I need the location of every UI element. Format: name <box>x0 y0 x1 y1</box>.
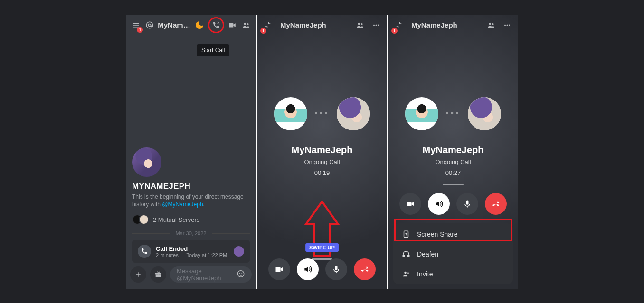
menu-button[interactable]: 1 <box>130 18 141 32</box>
svg-point-15 <box>504 24 506 26</box>
call-controls <box>257 258 387 280</box>
more-button[interactable] <box>501 18 514 32</box>
history-suffix: . <box>203 201 205 208</box>
call-ended-sub: 2 minutes — Today at 1:22 PM <box>156 252 227 258</box>
call-controls <box>388 193 518 215</box>
call-peer-name: MyNameJeph <box>257 145 387 156</box>
connecting-dots-icon: ••• <box>446 109 461 119</box>
call-ended-title: Call Ended <box>156 245 227 252</box>
call-peer-name: MyNameJeph <box>388 145 518 156</box>
invite-icon <box>402 270 410 278</box>
mutual-servers-row[interactable]: 2 Mutual Servers <box>132 214 250 225</box>
svg-point-11 <box>378 24 379 26</box>
participant-avatar <box>405 97 438 130</box>
swipe-up-label: SWIPE UP <box>305 243 339 252</box>
minimize-button[interactable]: 1 <box>392 18 406 32</box>
svg-point-13 <box>489 22 492 25</box>
screen-share-row[interactable]: Screen Share <box>393 224 513 244</box>
start-call-tooltip: Start Call <box>197 44 229 56</box>
svg-point-7 <box>358 22 360 25</box>
message-composer: Message @MyNameJeph <box>130 265 252 284</box>
dm-history-text: This is the beginning of your direct mes… <box>132 193 250 209</box>
call-panel-sheet: 1 MyNameJeph ••• MyNameJeph Ongoing Call… <box>388 15 518 289</box>
svg-point-10 <box>376 24 377 26</box>
svg-point-3 <box>247 23 249 25</box>
svg-point-14 <box>492 23 494 25</box>
call-panel: 1 MyNameJeph ••• MyNameJeph Ongoing Call… <box>257 15 387 289</box>
call-duration: 00:19 <box>257 169 387 176</box>
dm-body: MYNAMEJEPH This is the beginning of your… <box>132 147 250 261</box>
camera-button[interactable] <box>399 193 421 215</box>
date-divider: Mar 30, 2022 <box>132 230 250 236</box>
headphones-icon <box>402 250 410 258</box>
svg-point-8 <box>361 23 363 25</box>
svg-point-1 <box>148 24 151 26</box>
participant-avatar <box>337 97 370 130</box>
username-heading: MYNAMEJEPH <box>132 182 250 191</box>
notification-badge: 1 <box>391 28 398 34</box>
screen-share-icon <box>402 230 410 239</box>
members-button[interactable] <box>241 18 252 32</box>
call-status: Ongoing Call <box>388 158 518 165</box>
camera-button[interactable] <box>268 258 290 280</box>
svg-point-5 <box>239 273 240 274</box>
members-button[interactable] <box>353 18 367 32</box>
speaker-button[interactable] <box>428 193 450 215</box>
message-input[interactable]: Message @MyNameJeph <box>170 266 252 283</box>
invite-label: Invite <box>417 270 433 278</box>
participant-avatar <box>274 97 307 130</box>
svg-rect-12 <box>335 266 338 270</box>
call-duration: 00:27 <box>388 169 518 176</box>
more-button[interactable] <box>369 18 383 32</box>
svg-rect-21 <box>408 255 409 257</box>
call-avatars: ••• <box>388 97 518 130</box>
at-icon <box>144 18 155 32</box>
topbar: 1 MyNameJeph <box>257 15 387 36</box>
call-status: Ongoing Call <box>257 158 387 165</box>
mic-button[interactable] <box>325 258 347 280</box>
members-button[interactable] <box>484 18 498 32</box>
notification-badge: 1 <box>137 27 143 33</box>
svg-rect-20 <box>403 255 404 257</box>
svg-rect-18 <box>466 200 469 204</box>
speaker-button[interactable] <box>297 258 319 280</box>
gift-button[interactable] <box>150 266 166 283</box>
mutual-servers-label: 2 Mutual Servers <box>153 216 199 223</box>
action-sheet: Screen Share Deafen Invite <box>393 223 513 284</box>
end-call-button[interactable] <box>485 193 507 215</box>
deafen-row[interactable]: Deafen <box>393 244 513 264</box>
svg-point-9 <box>373 24 375 26</box>
server-avatar-stack <box>132 214 149 225</box>
invite-row[interactable]: Invite <box>393 264 513 284</box>
topbar: 1 MyNameJ… <box>126 15 256 36</box>
topbar: 1 MyNameJeph <box>388 15 518 36</box>
end-call-button[interactable] <box>354 258 376 280</box>
call-title: MyNameJeph <box>280 21 326 29</box>
svg-point-6 <box>241 273 242 274</box>
svg-point-22 <box>404 271 407 274</box>
minimize-button[interactable]: 1 <box>261 18 275 32</box>
notification-badge: 1 <box>260 28 266 34</box>
server-avatar <box>139 214 149 225</box>
screen-share-label: Screen Share <box>417 230 458 238</box>
svg-point-0 <box>146 22 153 28</box>
start-call-highlight <box>208 17 224 33</box>
call-avatars: ••• <box>257 97 387 130</box>
emoji-button[interactable] <box>237 269 245 279</box>
participant-avatar <box>468 97 501 130</box>
video-call-button[interactable] <box>227 18 238 32</box>
grab-handle[interactable] <box>443 184 464 185</box>
attach-button[interactable] <box>130 266 146 283</box>
call-ended-card[interactable]: Call Ended 2 minutes — Today at 1:22 PM <box>132 240 250 263</box>
connecting-dots-icon: ••• <box>315 109 330 119</box>
deafen-label: Deafen <box>417 250 438 258</box>
user-mention[interactable]: @MyNameJeph <box>162 201 203 208</box>
channel-title: MyNameJ… <box>158 21 191 29</box>
svg-point-4 <box>237 270 244 277</box>
caller-avatar-small <box>234 246 244 257</box>
svg-point-2 <box>244 22 246 25</box>
start-call-button[interactable] <box>209 18 223 32</box>
phone-icon <box>138 245 151 258</box>
svg-point-17 <box>509 24 510 26</box>
mic-button[interactable] <box>456 193 478 215</box>
